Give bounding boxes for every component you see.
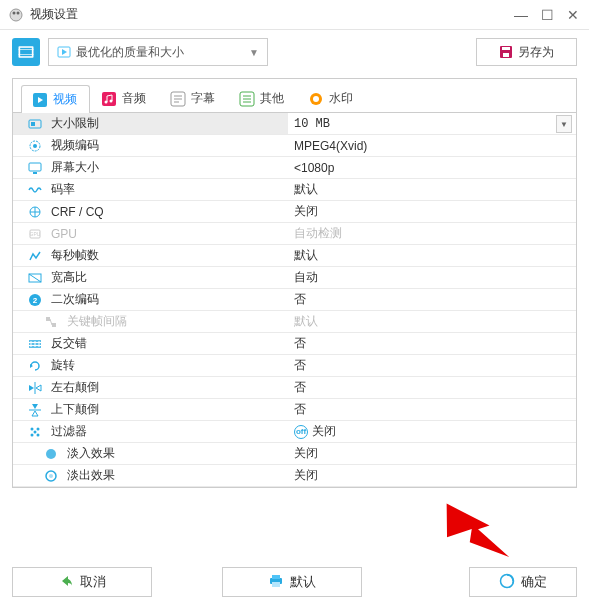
chevron-down-icon[interactable]: ▼ <box>556 115 572 133</box>
svg-point-45 <box>49 474 53 478</box>
preset-icon <box>12 38 40 66</box>
setting-row[interactable]: 大小限制10 MB▼ <box>13 113 576 135</box>
svg-point-18 <box>313 96 319 102</box>
setting-label: 屏幕大小 <box>51 159 99 176</box>
tab-audio[interactable]: 音频 <box>90 84 159 112</box>
svg-text:GPU: GPU <box>30 231 41 237</box>
saveas-button[interactable]: 另存为 <box>476 38 577 66</box>
setting-row[interactable]: 淡出效果关闭 <box>13 465 576 487</box>
app-icon <box>8 7 24 23</box>
settings-panel: 视频音频字幕其他水印 大小限制10 MB▼视频编码MPEG4(Xvid)屏幕大小… <box>12 78 577 488</box>
tab-label: 音频 <box>122 90 146 107</box>
preset-dropdown[interactable]: 最优化的质量和大小 ▼ <box>48 38 268 66</box>
tab-video[interactable]: 视频 <box>21 85 90 113</box>
tab-label: 视频 <box>53 91 77 108</box>
setting-row[interactable]: 2二次编码否 <box>13 289 576 311</box>
svg-rect-9 <box>503 53 509 57</box>
svg-marker-36 <box>32 404 38 409</box>
setting-value[interactable]: off关闭 <box>288 421 576 442</box>
off-badge-icon: off <box>294 425 308 439</box>
setting-label: 上下颠倒 <box>51 401 99 418</box>
setting-value[interactable]: 关闭 <box>288 201 576 222</box>
setting-row: 关键帧间隔默认 <box>13 311 576 333</box>
cancel-button[interactable]: 取消 <box>12 567 152 597</box>
setting-value[interactable]: 否 <box>288 355 576 376</box>
setting-value[interactable]: 自动 <box>288 267 576 288</box>
setting-value[interactable]: 否 <box>288 289 576 310</box>
setting-label: 关键帧间隔 <box>67 313 127 330</box>
svg-rect-23 <box>29 163 41 171</box>
screen-icon <box>27 160 43 176</box>
setting-row[interactable]: 左右颠倒否 <box>13 377 576 399</box>
svg-rect-12 <box>102 92 116 106</box>
bitrate-icon <box>27 182 43 198</box>
svg-rect-24 <box>33 172 37 174</box>
minimize-button[interactable]: — <box>513 7 529 23</box>
tab-icon <box>170 91 186 107</box>
tab-watermark[interactable]: 水印 <box>297 84 366 112</box>
setting-value[interactable]: 关闭 <box>288 465 576 486</box>
maximize-button[interactable]: ☐ <box>539 7 555 23</box>
setting-row[interactable]: 淡入效果关闭 <box>13 443 576 465</box>
setting-label: 每秒帧数 <box>51 247 99 264</box>
setting-label: 淡出效果 <box>67 467 115 484</box>
chevron-down-icon: ▼ <box>249 47 259 58</box>
ok-button[interactable]: 确定 <box>469 567 577 597</box>
svg-rect-32 <box>52 323 56 327</box>
fps-icon <box>27 248 43 264</box>
svg-point-1 <box>13 11 16 14</box>
svg-rect-8 <box>502 47 510 50</box>
setting-label: 视频编码 <box>51 137 99 154</box>
svg-text:2: 2 <box>33 296 38 305</box>
filter-icon <box>27 424 43 440</box>
svg-rect-48 <box>272 582 280 587</box>
setting-row[interactable]: 宽高比自动 <box>13 267 576 289</box>
fliph-icon <box>27 380 43 396</box>
setting-label: CRF / CQ <box>51 205 104 219</box>
setting-value[interactable]: 否 <box>288 377 576 398</box>
setting-row[interactable]: 反交错否 <box>13 333 576 355</box>
setting-label: 码率 <box>51 181 75 198</box>
setting-row[interactable]: 视频编码MPEG4(Xvid) <box>13 135 576 157</box>
svg-marker-35 <box>36 385 41 391</box>
setting-label: 淡入效果 <box>67 445 115 462</box>
tab-icon <box>101 91 117 107</box>
cancel-label: 取消 <box>80 573 106 591</box>
setting-value[interactable]: <1080p <box>288 157 576 178</box>
setting-value[interactable]: 关闭 <box>288 443 576 464</box>
svg-rect-47 <box>272 575 280 579</box>
close-button[interactable]: ✕ <box>565 7 581 23</box>
deint-icon <box>27 336 43 352</box>
setting-row[interactable]: 旋转否 <box>13 355 576 377</box>
setting-row[interactable]: 上下颠倒否 <box>13 399 576 421</box>
ok-label: 确定 <box>521 573 547 591</box>
setting-row[interactable]: 每秒帧数默认 <box>13 245 576 267</box>
twopass-icon: 2 <box>27 292 43 308</box>
setting-value[interactable]: 否 <box>288 399 576 420</box>
aspect-icon <box>27 270 43 286</box>
default-button[interactable]: 默认 <box>222 567 362 597</box>
setting-label: 左右颠倒 <box>51 379 99 396</box>
tab-subtitle[interactable]: 字幕 <box>159 84 228 112</box>
setting-row[interactable]: 屏幕大小<1080p <box>13 157 576 179</box>
svg-marker-37 <box>32 411 38 416</box>
setting-value: 自动检测 <box>288 223 576 244</box>
setting-row[interactable]: 码率默认 <box>13 179 576 201</box>
confirm-icon <box>499 573 515 592</box>
setting-label: 旋转 <box>51 357 75 374</box>
tab-other[interactable]: 其他 <box>228 84 297 112</box>
setting-value[interactable]: 默认 <box>288 245 576 266</box>
setting-row[interactable]: CRF / CQ关闭 <box>13 201 576 223</box>
tab-label: 水印 <box>329 90 353 107</box>
svg-rect-31 <box>46 317 50 321</box>
svg-point-38 <box>31 427 34 430</box>
setting-value[interactable]: MPEG4(Xvid) <box>288 135 576 156</box>
default-label: 默认 <box>290 573 316 591</box>
setting-value[interactable]: 默认 <box>288 179 576 200</box>
svg-rect-20 <box>31 122 35 126</box>
setting-value[interactable]: 否 <box>288 333 576 354</box>
setting-label: 大小限制 <box>51 115 99 132</box>
keyframe-icon <box>43 314 59 330</box>
setting-value[interactable]: 10 MB▼ <box>288 113 576 134</box>
setting-row[interactable]: 过滤器off关闭 <box>13 421 576 443</box>
